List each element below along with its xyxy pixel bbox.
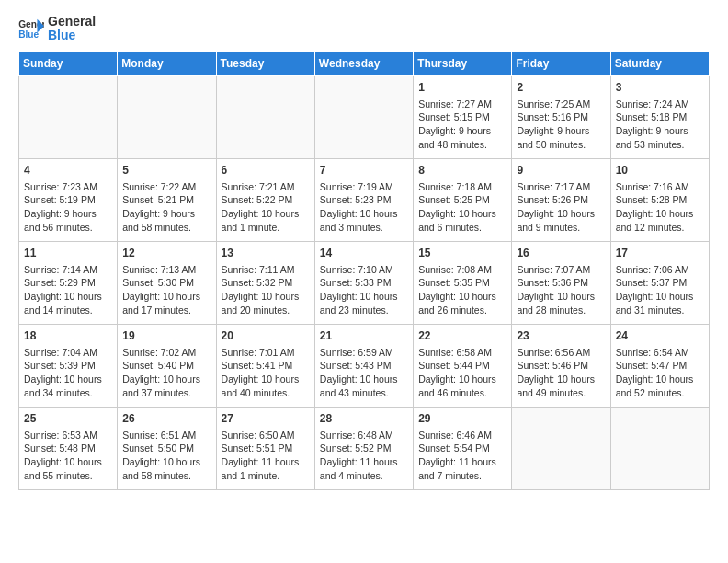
weekday-header-tuesday: Tuesday — [216, 51, 314, 75]
calendar-week-row: 1Sunrise: 7:27 AM Sunset: 5:15 PM Daylig… — [19, 75, 710, 158]
weekday-header-friday: Friday — [512, 51, 610, 75]
day-info: Sunrise: 7:02 AM Sunset: 5:40 PM Dayligh… — [122, 346, 210, 400]
day-number: 2 — [517, 80, 605, 96]
day-info: Sunrise: 7:23 AM Sunset: 5:19 PM Dayligh… — [24, 180, 112, 235]
calendar-week-row: 18Sunrise: 7:04 AM Sunset: 5:39 PM Dayli… — [19, 324, 710, 407]
day-number: 5 — [122, 163, 210, 178]
svg-text:Blue: Blue — [18, 30, 39, 40]
day-number: 8 — [418, 163, 506, 178]
calendar-cell: 1Sunrise: 7:27 AM Sunset: 5:15 PM Daylig… — [414, 75, 512, 158]
calendar-cell: 21Sunrise: 6:59 AM Sunset: 5:43 PM Dayli… — [314, 324, 413, 407]
day-number: 14 — [320, 246, 408, 261]
calendar-cell: 7Sunrise: 7:19 AM Sunset: 5:23 PM Daylig… — [314, 158, 413, 241]
day-number: 28 — [320, 411, 408, 427]
day-number: 10 — [616, 163, 704, 178]
calendar-cell: 23Sunrise: 6:56 AM Sunset: 5:46 PM Dayli… — [512, 324, 610, 407]
calendar-cell: 17Sunrise: 7:06 AM Sunset: 5:37 PM Dayli… — [610, 241, 709, 324]
calendar-cell: 24Sunrise: 6:54 AM Sunset: 5:47 PM Dayli… — [610, 324, 709, 407]
calendar-cell: 13Sunrise: 7:11 AM Sunset: 5:32 PM Dayli… — [216, 241, 314, 324]
calendar-cell — [216, 75, 314, 158]
day-number: 12 — [122, 246, 210, 261]
day-info: Sunrise: 7:13 AM Sunset: 5:30 PM Dayligh… — [122, 263, 210, 317]
day-number: 23 — [517, 328, 605, 344]
day-info: Sunrise: 6:59 AM Sunset: 5:43 PM Dayligh… — [320, 346, 408, 400]
day-info: Sunrise: 7:11 AM Sunset: 5:32 PM Dayligh… — [222, 263, 310, 317]
weekday-header-monday: Monday — [118, 51, 216, 75]
calendar-cell: 11Sunrise: 7:14 AM Sunset: 5:29 PM Dayli… — [19, 241, 118, 324]
day-info: Sunrise: 7:21 AM Sunset: 5:22 PM Dayligh… — [222, 180, 310, 235]
calendar-table: SundayMondayTuesdayWednesdayThursdayFrid… — [18, 51, 710, 490]
day-number: 9 — [517, 163, 605, 178]
day-number: 21 — [320, 328, 408, 344]
calendar-cell — [314, 75, 413, 158]
calendar-cell: 29Sunrise: 6:46 AM Sunset: 5:54 PM Dayli… — [414, 407, 512, 489]
calendar-cell: 5Sunrise: 7:22 AM Sunset: 5:21 PM Daylig… — [118, 158, 216, 241]
day-number: 24 — [616, 328, 704, 344]
day-info: Sunrise: 6:48 AM Sunset: 5:52 PM Dayligh… — [320, 429, 408, 483]
day-info: Sunrise: 7:22 AM Sunset: 5:21 PM Dayligh… — [122, 180, 210, 235]
day-info: Sunrise: 7:01 AM Sunset: 5:41 PM Dayligh… — [222, 346, 310, 400]
weekday-header-saturday: Saturday — [610, 51, 709, 75]
calendar-cell: 6Sunrise: 7:21 AM Sunset: 5:22 PM Daylig… — [216, 158, 314, 241]
calendar-header-row: SundayMondayTuesdayWednesdayThursdayFrid… — [19, 51, 710, 75]
calendar-cell: 15Sunrise: 7:08 AM Sunset: 5:35 PM Dayli… — [414, 241, 512, 324]
day-info: Sunrise: 6:51 AM Sunset: 5:50 PM Dayligh… — [122, 429, 210, 483]
calendar-cell — [118, 75, 216, 158]
day-info: Sunrise: 7:08 AM Sunset: 5:35 PM Dayligh… — [418, 263, 506, 317]
day-info: Sunrise: 7:16 AM Sunset: 5:28 PM Dayligh… — [616, 180, 704, 235]
day-info: Sunrise: 6:56 AM Sunset: 5:46 PM Dayligh… — [517, 346, 605, 400]
calendar-cell: 16Sunrise: 7:07 AM Sunset: 5:36 PM Dayli… — [512, 241, 610, 324]
day-number: 27 — [222, 411, 310, 427]
logo: General Blue General Blue — [18, 15, 96, 43]
calendar-cell: 9Sunrise: 7:17 AM Sunset: 5:26 PM Daylig… — [512, 158, 610, 241]
calendar-week-row: 4Sunrise: 7:23 AM Sunset: 5:19 PM Daylig… — [19, 158, 710, 241]
day-number: 15 — [418, 246, 506, 261]
day-number: 17 — [616, 246, 704, 261]
weekday-header-wednesday: Wednesday — [314, 51, 413, 75]
day-info: Sunrise: 6:50 AM Sunset: 5:51 PM Dayligh… — [222, 429, 310, 483]
calendar-cell: 25Sunrise: 6:53 AM Sunset: 5:48 PM Dayli… — [19, 407, 118, 489]
logo-text: General Blue — [48, 15, 96, 43]
calendar-cell — [19, 75, 118, 158]
calendar-cell: 12Sunrise: 7:13 AM Sunset: 5:30 PM Dayli… — [118, 241, 216, 324]
calendar-cell — [610, 407, 709, 489]
calendar-cell: 28Sunrise: 6:48 AM Sunset: 5:52 PM Dayli… — [314, 407, 413, 489]
day-number: 18 — [24, 328, 112, 344]
calendar-cell — [512, 407, 610, 489]
day-info: Sunrise: 6:53 AM Sunset: 5:48 PM Dayligh… — [24, 429, 112, 483]
calendar-cell: 19Sunrise: 7:02 AM Sunset: 5:40 PM Dayli… — [118, 324, 216, 407]
day-info: Sunrise: 7:06 AM Sunset: 5:37 PM Dayligh… — [616, 263, 704, 317]
day-number: 6 — [222, 163, 310, 178]
day-info: Sunrise: 6:46 AM Sunset: 5:54 PM Dayligh… — [418, 429, 506, 483]
calendar-cell: 3Sunrise: 7:24 AM Sunset: 5:18 PM Daylig… — [610, 75, 709, 158]
weekday-header-thursday: Thursday — [414, 51, 512, 75]
calendar-cell: 4Sunrise: 7:23 AM Sunset: 5:19 PM Daylig… — [19, 158, 118, 241]
day-info: Sunrise: 7:24 AM Sunset: 5:18 PM Dayligh… — [616, 98, 704, 152]
calendar-week-row: 11Sunrise: 7:14 AM Sunset: 5:29 PM Dayli… — [19, 241, 710, 324]
day-number: 19 — [122, 328, 210, 344]
calendar-cell: 14Sunrise: 7:10 AM Sunset: 5:33 PM Dayli… — [314, 241, 413, 324]
day-info: Sunrise: 7:07 AM Sunset: 5:36 PM Dayligh… — [517, 263, 605, 317]
day-number: 1 — [418, 80, 506, 96]
calendar-week-row: 25Sunrise: 6:53 AM Sunset: 5:48 PM Dayli… — [19, 407, 710, 489]
day-number: 16 — [517, 246, 605, 261]
day-info: Sunrise: 6:54 AM Sunset: 5:47 PM Dayligh… — [616, 346, 704, 400]
day-info: Sunrise: 7:18 AM Sunset: 5:25 PM Dayligh… — [418, 180, 506, 235]
calendar-cell: 22Sunrise: 6:58 AM Sunset: 5:44 PM Dayli… — [414, 324, 512, 407]
calendar-cell: 18Sunrise: 7:04 AM Sunset: 5:39 PM Dayli… — [19, 324, 118, 407]
day-number: 20 — [222, 328, 310, 344]
day-number: 11 — [24, 246, 112, 261]
day-number: 7 — [320, 163, 408, 178]
day-info: Sunrise: 7:25 AM Sunset: 5:16 PM Dayligh… — [517, 98, 605, 152]
day-info: Sunrise: 6:58 AM Sunset: 5:44 PM Dayligh… — [418, 346, 506, 400]
day-info: Sunrise: 7:14 AM Sunset: 5:29 PM Dayligh… — [24, 263, 112, 317]
day-info: Sunrise: 7:19 AM Sunset: 5:23 PM Dayligh… — [320, 180, 408, 235]
calendar-cell: 26Sunrise: 6:51 AM Sunset: 5:50 PM Dayli… — [118, 407, 216, 489]
calendar-cell: 2Sunrise: 7:25 AM Sunset: 5:16 PM Daylig… — [512, 75, 610, 158]
day-number: 22 — [418, 328, 506, 344]
day-info: Sunrise: 7:27 AM Sunset: 5:15 PM Dayligh… — [418, 98, 506, 152]
calendar-cell: 10Sunrise: 7:16 AM Sunset: 5:28 PM Dayli… — [610, 158, 709, 241]
day-number: 26 — [122, 411, 210, 427]
day-number: 13 — [222, 246, 310, 261]
calendar-cell: 20Sunrise: 7:01 AM Sunset: 5:41 PM Dayli… — [216, 324, 314, 407]
